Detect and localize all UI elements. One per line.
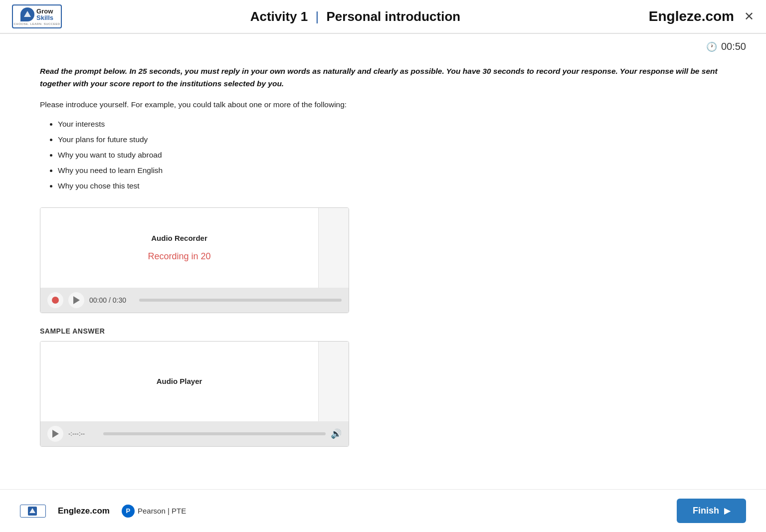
pearson-label: Pearson | PTE bbox=[138, 507, 186, 515]
engleze-brand-suffix: .com bbox=[702, 8, 734, 24]
footer-engleze-brand: Engleze.com bbox=[58, 506, 110, 516]
record-button[interactable] bbox=[47, 292, 63, 308]
logo-icon bbox=[20, 7, 34, 21]
footer-logos: Engleze.com P Pearson | PTE bbox=[20, 505, 186, 518]
player-play-icon bbox=[52, 430, 59, 438]
list-item: Your interests bbox=[58, 116, 726, 132]
audio-player-main: Audio Player bbox=[40, 342, 319, 421]
play-triangle-icon bbox=[73, 296, 80, 304]
timer-value: 00:50 bbox=[721, 41, 746, 52]
list-item: Your plans for future study bbox=[58, 132, 726, 147]
main-content: Read the prompt below. In 25 seconds, yo… bbox=[0, 55, 766, 457]
page-title: Activity 1 | Personal introduction bbox=[250, 9, 461, 24]
player-controls: -:---:-- 🔊 bbox=[40, 421, 349, 446]
audio-recorder-main: Audio Recorder Recording in 20 bbox=[40, 208, 319, 288]
audio-player: Audio Player -:---:-- 🔊 bbox=[40, 341, 349, 447]
player-progress-bar[interactable] bbox=[103, 432, 326, 435]
title-separator: | bbox=[316, 9, 323, 24]
activity-label: Activity 1 bbox=[250, 9, 308, 24]
pearson-icon: P bbox=[122, 505, 135, 518]
engleze-brand-name: Engleze bbox=[649, 8, 702, 24]
instructions-text: Read the prompt below. In 25 seconds, yo… bbox=[40, 65, 726, 90]
header: Grow Skills CHOOSE. LEARN. SUCCEED Activ… bbox=[0, 0, 766, 34]
timer-bar: 🕐 00:50 bbox=[0, 34, 766, 55]
list-item: Why you need to learn English bbox=[58, 163, 726, 178]
logo-skills-text: Skills bbox=[36, 14, 53, 21]
volume-icon[interactable]: 🔊 bbox=[331, 428, 342, 439]
list-item: Why you chose this test bbox=[58, 178, 726, 193]
activity-subject: Personal introduction bbox=[326, 9, 460, 24]
prompt-text: Please introduce yourself. For example, … bbox=[40, 100, 726, 109]
footer-engleze-suffix: .com bbox=[90, 506, 110, 516]
finish-button[interactable]: Finish ▶ bbox=[677, 499, 746, 523]
clock-icon: 🕐 bbox=[706, 41, 717, 52]
header-logo: Grow Skills CHOOSE. LEARN. SUCCEED bbox=[12, 4, 62, 28]
footer-growskills-logo bbox=[20, 505, 46, 518]
finish-label: Finish bbox=[693, 506, 719, 516]
finish-arrow-icon: ▶ bbox=[724, 506, 730, 516]
player-play-button[interactable] bbox=[47, 426, 63, 442]
audio-recorder-label: Audio Recorder bbox=[151, 234, 207, 242]
audio-controls: 00:00 / 0:30 bbox=[40, 288, 349, 313]
recording-status: Recording in 20 bbox=[148, 251, 210, 262]
footer-pearson: P Pearson | PTE bbox=[122, 505, 186, 518]
audio-recorder: Audio Recorder Recording in 20 00:00 / 0… bbox=[40, 207, 349, 313]
footer: Engleze.com P Pearson | PTE Finish ▶ bbox=[0, 489, 766, 532]
footer-engleze-name: Engleze bbox=[58, 506, 90, 516]
player-time-display: -:---:-- bbox=[68, 430, 98, 437]
list-item: Why you want to study abroad bbox=[58, 147, 726, 163]
growskills-logo: Grow Skills CHOOSE. LEARN. SUCCEED bbox=[12, 4, 62, 28]
audio-player-side bbox=[319, 342, 349, 421]
svg-marker-0 bbox=[24, 11, 31, 17]
bullet-list: Your interests Your plans for future stu… bbox=[40, 116, 726, 193]
sample-answer-label: SAMPLE ANSWER bbox=[40, 327, 726, 335]
record-dot-icon bbox=[52, 297, 59, 304]
footer-growskills bbox=[20, 505, 46, 518]
audio-recorder-side bbox=[319, 208, 349, 288]
audio-player-label: Audio Player bbox=[157, 377, 202, 385]
audio-progress-bar[interactable] bbox=[139, 299, 342, 302]
close-button[interactable]: ✕ bbox=[744, 10, 754, 22]
logo-tagline: CHOOSE. LEARN. SUCCEED bbox=[13, 22, 60, 25]
engleze-brand: Engleze.com bbox=[649, 8, 734, 24]
header-right: Engleze.com ✕ bbox=[649, 8, 754, 24]
audio-time-display: 00:00 / 0:30 bbox=[89, 296, 134, 304]
play-button[interactable] bbox=[68, 292, 84, 308]
